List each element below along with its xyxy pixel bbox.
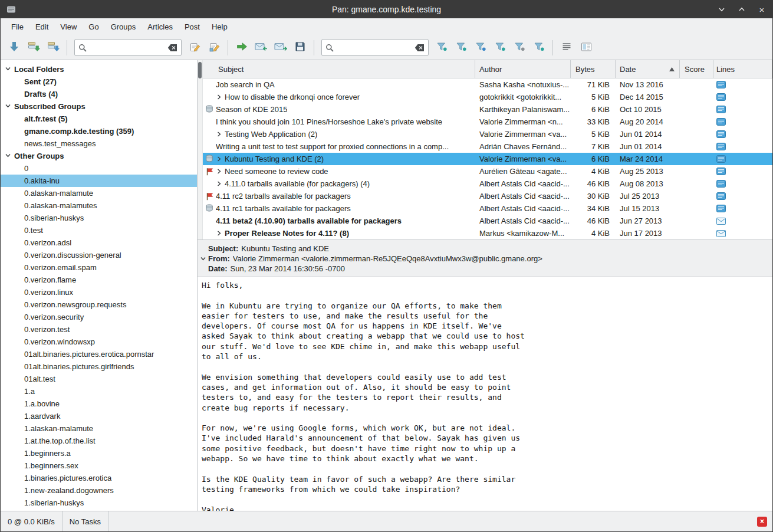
reply-mail-button[interactable] xyxy=(252,38,270,57)
group-item[interactable]: 1.beginners.sex xyxy=(1,459,197,472)
get-headers-server-button[interactable] xyxy=(25,38,42,57)
group-item[interactable]: 1.aardvark xyxy=(1,410,197,422)
match-saved-articles-button[interactable] xyxy=(511,38,528,57)
group-item[interactable]: 0.verizon.adsl xyxy=(1,237,197,249)
titlebar[interactable]: Pan: gmane.comp.kde.testing × xyxy=(1,1,772,18)
header-row[interactable]: Need someone to review codeAurélien Gâte… xyxy=(203,165,772,178)
expand-thread-icon[interactable] xyxy=(216,94,225,100)
get-new-headers-button[interactable] xyxy=(5,38,23,57)
column-header-lines[interactable]: Lines xyxy=(713,60,772,78)
group-section-subscribed-groups[interactable]: Subscribed Groups xyxy=(1,100,197,113)
column-header-author[interactable]: Author xyxy=(475,60,571,78)
group-item[interactable]: 1.siberian-huskys xyxy=(1,497,197,509)
header-row[interactable]: 4.11.0 tarballs available (for packagers… xyxy=(203,178,772,190)
close-button[interactable]: × xyxy=(757,5,767,14)
group-item[interactable]: 01alt.binaries.pictures.erotica.pornstar xyxy=(1,348,197,360)
group-item[interactable]: 1.new-zealand.dogowners xyxy=(1,484,197,497)
thread-headers-button[interactable] xyxy=(558,38,575,57)
menu-articles[interactable]: Articles xyxy=(142,19,179,34)
group-item[interactable]: 1.beginners.a xyxy=(1,447,197,459)
group-item[interactable]: news.test_messages xyxy=(1,137,197,150)
group-item[interactable]: 0.alaskan-malamutes xyxy=(1,199,197,212)
expand-thread-icon[interactable] xyxy=(216,131,225,137)
get-bodies-server-button[interactable] xyxy=(44,38,62,57)
group-item[interactable]: 0.verizon.security xyxy=(1,311,197,323)
match-read-articles-button[interactable] xyxy=(491,38,509,57)
group-search-input[interactable] xyxy=(90,43,165,52)
match-cached-articles-button[interactable] xyxy=(472,38,489,57)
group-item[interactable]: 0.verizon.discussion-general xyxy=(1,249,197,261)
show-article-pane-button[interactable] xyxy=(577,38,595,57)
header-row[interactable]: Job search in QASasha Kasha <notuxius-..… xyxy=(203,78,772,91)
match-new-articles-button[interactable] xyxy=(433,38,450,57)
expand-thread-icon[interactable] xyxy=(216,168,225,175)
compose-followup-button[interactable] xyxy=(205,38,223,57)
maximize-button[interactable] xyxy=(737,5,746,14)
group-item[interactable]: 01alt.binaries.pictures.girlfriends xyxy=(1,360,197,373)
column-header-date[interactable]: Date xyxy=(616,60,680,78)
menu-post[interactable]: Post xyxy=(179,19,206,34)
error-log-button[interactable]: × xyxy=(757,517,767,527)
compose-post-button[interactable] xyxy=(186,38,203,57)
header-row[interactable]: 4.11 beta2 (4.10.90) tarballs available … xyxy=(203,215,772,227)
group-item[interactable]: 0.siberian-huskys xyxy=(1,212,197,224)
expand-thread-icon[interactable] xyxy=(216,180,225,187)
header-row[interactable]: How to disable the drkonqi once foreverg… xyxy=(203,91,772,103)
scrollbar-thumb[interactable] xyxy=(198,62,202,78)
clear-search-button[interactable] xyxy=(415,44,425,52)
group-item[interactable]: 01alt.test xyxy=(1,373,197,385)
task-manager-status[interactable]: No Tasks xyxy=(63,511,108,531)
header-row[interactable]: Season of KDE 2015Karthikeyan Palaniswam… xyxy=(203,103,772,116)
clear-search-button[interactable] xyxy=(167,44,177,52)
group-item[interactable]: Drafts (4) xyxy=(1,88,197,100)
group-item[interactable]: 1.a.bovine xyxy=(1,398,197,410)
match-unread-articles-button[interactable] xyxy=(452,38,470,57)
header-row[interactable]: Testing Web Application (2)Valorie Zimme… xyxy=(203,128,772,140)
expand-thread-icon[interactable] xyxy=(216,230,225,237)
post-article-button[interactable] xyxy=(233,38,251,57)
menu-view[interactable]: View xyxy=(54,19,83,34)
group-item[interactable]: 1.binaries.pictures.erotica xyxy=(1,472,197,484)
menu-edit[interactable]: Edit xyxy=(29,19,54,34)
group-item[interactable]: 0.verizon.windowsxp xyxy=(1,336,197,348)
match-watched-articles-button[interactable] xyxy=(530,38,548,57)
group-item[interactable]: 1.a xyxy=(1,385,197,398)
group-item[interactable]: 0.verizon.flame xyxy=(1,274,197,286)
header-row[interactable]: Kubuntu Testing and KDE (2)Valorie Zimme… xyxy=(203,153,772,165)
save-article-button[interactable] xyxy=(291,38,309,57)
group-item[interactable]: 0.verizon.newsgroup.requests xyxy=(1,298,197,311)
group-section-other-groups[interactable]: Other Groups xyxy=(1,150,197,162)
menu-help[interactable]: Help xyxy=(206,19,233,34)
group-item[interactable]: 1.alaskan-malamute xyxy=(1,422,197,435)
expand-thread-icon[interactable] xyxy=(216,156,225,162)
group-item[interactable]: 0.verizon.test xyxy=(1,323,197,336)
header-row[interactable]: I think you should join 101 Pines/Horses… xyxy=(203,116,772,128)
message-body[interactable]: Hi folks, We in Kubuntu are trying to or… xyxy=(198,277,772,511)
header-pane-scrollbar[interactable] xyxy=(198,60,203,239)
group-item[interactable]: 0.verizon.linux xyxy=(1,286,197,298)
column-header-score[interactable]: Score xyxy=(680,60,713,78)
group-item[interactable]: gmane.comp.kde.testing (359) xyxy=(1,125,197,137)
group-item[interactable]: 0.verizon.email.spam xyxy=(1,261,197,274)
group-item[interactable]: alt.fr.test (5) xyxy=(1,113,197,125)
forward-mail-button[interactable] xyxy=(272,38,290,57)
group-item[interactable]: 1.at.the.top.of.the.list xyxy=(1,435,197,447)
menu-go[interactable]: Go xyxy=(83,19,104,34)
header-search-input[interactable] xyxy=(337,43,412,52)
group-item[interactable]: 0.alaskan-malamute xyxy=(1,187,197,199)
header-row[interactable]: Proper Release Notes for 4.11? (8)Markus… xyxy=(203,227,772,239)
group-item[interactable]: 0.akita-inu xyxy=(1,175,197,187)
menu-groups[interactable]: Groups xyxy=(105,19,142,34)
header-row[interactable]: 4.11 rc1 tarballs available for packager… xyxy=(203,202,772,215)
column-header-subject[interactable]: Subject xyxy=(203,60,475,78)
group-item[interactable]: Sent (27) xyxy=(1,75,197,88)
header-row[interactable]: Writing a unit test to test support for … xyxy=(203,140,772,153)
minimize-button[interactable] xyxy=(717,5,726,14)
headers-expander[interactable] xyxy=(198,255,208,262)
menu-file[interactable]: File xyxy=(5,19,29,34)
group-section-local-folders[interactable]: Local Folders xyxy=(1,63,197,75)
header-row[interactable]: 4.11 rc2 tarballs available for packager… xyxy=(203,190,772,202)
group-item[interactable]: 0 xyxy=(1,162,197,175)
group-item[interactable]: 0.test xyxy=(1,224,197,237)
column-header-bytes[interactable]: Bytes xyxy=(571,60,616,78)
